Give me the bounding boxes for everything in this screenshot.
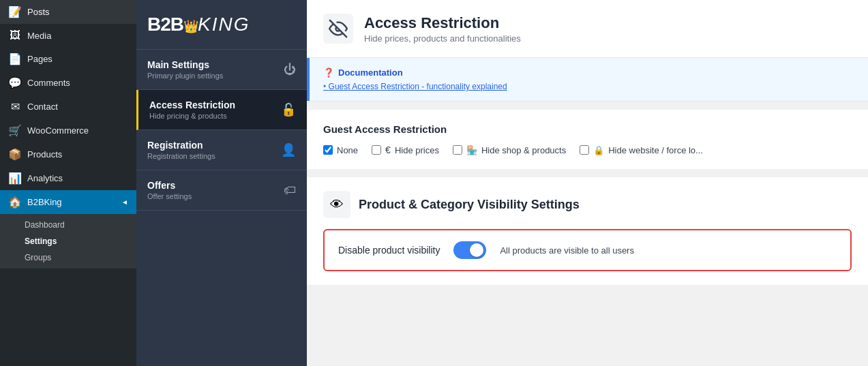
plugin-menu-registration[interactable]: Registration Registration settings 👤 [136,130,307,170]
page-subtitle: Hide prices, products and functionalitie… [364,33,521,44]
sidebar-item-media[interactable]: 🖼 Media [0,24,136,47]
plugin-menu-access-restriction[interactable]: Access Restriction Hide pricing & produc… [136,90,307,130]
power-icon: ⏻ [284,63,296,77]
sidebar-item-posts[interactable]: 📝 Posts [0,0,136,24]
option-hide-shop-products[interactable]: 🏪 Hide shop & products [453,145,566,155]
products-icon: 📦 [8,148,22,161]
access-options-group: None € Hide prices 🏪 Hide shop & product… [323,144,852,155]
sidebar-item-products[interactable]: 📦 Products [0,142,136,166]
section-header: Access Restriction Hide prices, products… [307,0,868,58]
visibility-section: 👁 Product & Category Visibility Settings… [307,177,868,285]
submenu-item-settings[interactable]: Settings [0,233,136,249]
option-hide-website[interactable]: 🔒 Hide website / force lo... [580,145,703,155]
hide-prices-checkbox[interactable] [372,145,381,155]
visibility-title: Product & Category Visibility Settings [359,198,580,212]
visibility-description: All products are visible to all users [500,245,634,256]
logo-text: B2B👑KING [147,14,296,35]
option-none[interactable]: None [323,145,358,155]
euro-icon: € [385,144,391,155]
analytics-icon: 📊 [8,172,22,185]
media-icon: 🖼 [8,29,22,42]
plugin-sidebar: B2B👑KING Main Settings Primary plugin se… [136,0,307,366]
doc-link[interactable]: Guest Access Restriction - functionality… [323,82,854,91]
sidebar-item-b2bking[interactable]: 🏠 B2BKing ◄ [0,190,136,214]
product-visibility-row: Disable product visibility All products … [323,229,852,271]
b2bking-submenu: Dashboard Settings Groups [0,214,136,269]
tag-icon: 🏷 [284,183,296,198]
sidebar-item-comments[interactable]: 💬 Comments [0,71,136,95]
guest-access-section: Guest Access Restriction None € Hide pri… [307,110,868,169]
person-add-icon: 👤 [281,142,296,157]
main-content: Access Restriction Hide prices, products… [307,0,868,366]
posts-icon: 📝 [8,5,22,18]
sidebar-item-analytics[interactable]: 📊 Analytics [0,166,136,190]
unlock-icon: 🔓 [281,102,296,117]
hide-shop-checkbox[interactable] [453,145,462,155]
contact-icon: ✉ [8,100,22,113]
lock-icon: 🔒 [593,145,604,155]
sidebar-item-woocommerce[interactable]: 🛒 WooCommerce [0,119,136,142]
plugin-logo: B2B👑KING [136,0,307,50]
plugin-menu-main-settings[interactable]: Main Settings Primary plugin settings ⏻ [136,50,307,90]
crown-icon: 👑 [183,20,198,33]
guest-access-title: Guest Access Restriction [323,123,852,135]
visibility-toggle[interactable] [453,241,486,259]
question-icon: ❓ [323,67,334,78]
hide-website-checkbox[interactable] [580,145,589,155]
plugin-menu-offers[interactable]: Offers Offer settings 🏷 [136,170,307,211]
disable-visibility-label: Disable product visibility [338,245,440,256]
wp-admin-sidebar: 📝 Posts 🖼 Media 📄 Pages 💬 Comments ✉ Con… [0,0,136,366]
submenu-item-dashboard[interactable]: Dashboard [0,217,136,233]
submenu-item-groups[interactable]: Groups [0,249,136,266]
eye-icon: 👁 [323,191,350,218]
divider-1 [307,101,868,102]
visibility-header: 👁 Product & Category Visibility Settings [323,191,852,218]
collapse-icon: ◄ [121,198,128,206]
toggle-slider [453,241,486,259]
option-hide-prices[interactable]: € Hide prices [372,144,439,155]
woocommerce-icon: 🛒 [8,124,22,137]
comments-icon: 💬 [8,76,22,89]
none-checkbox[interactable] [323,145,333,155]
b2bking-icon: 🏠 [8,196,22,209]
pages-icon: 📄 [8,52,22,65]
shop-icon: 🏪 [466,145,477,155]
page-title: Access Restriction [364,14,521,32]
documentation-box: ❓ Documentation Guest Access Restriction… [307,58,868,101]
access-restriction-header-icon [323,14,353,44]
sidebar-item-contact[interactable]: ✉ Contact [0,95,136,119]
sidebar-item-pages[interactable]: 📄 Pages [0,47,136,71]
